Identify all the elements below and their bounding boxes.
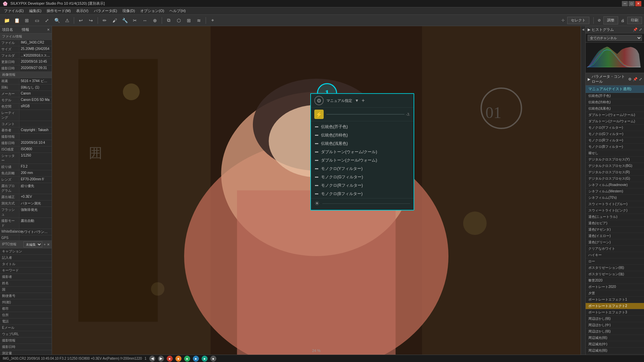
iptc-add-icon[interactable]: + [44, 243, 46, 246]
action-btn-next[interactable]: ▶ [158, 356, 164, 362]
params-item-9[interactable]: 褪せし [586, 150, 644, 157]
tool-e[interactable]: ↔ [140, 16, 150, 25]
params-item-26[interactable]: ロー [586, 258, 644, 265]
toolbar-btn-6[interactable]: 🔍 [52, 16, 62, 25]
tool-f[interactable]: ⊕ [150, 16, 160, 25]
channel-select[interactable]: 全てのチャンネル [588, 35, 642, 41]
params-item-33[interactable]: ポートレートエフェクト2 [586, 303, 644, 309]
dropdown-item-4[interactable]: ダブルトーン(クール/ウォーム) [311, 156, 414, 165]
dropdown-panel[interactable]: ⚙ マニュアル指定 ▼ + ⚡ -3. 伝統色(芥子色) 伝統色(渋柿色) [310, 93, 414, 210]
dropdown-item-5[interactable]: モノクロ(Yフィルター) [311, 165, 414, 173]
tool-a[interactable]: ✏ [100, 16, 109, 25]
params-item-0[interactable]: 伝統色(芥子色) [586, 93, 644, 99]
params-item-15[interactable]: シネフィルム(Western) [586, 188, 644, 195]
params-item-36[interactable]: 周辺ぼかし(中) [586, 322, 644, 328]
tool-h[interactable]: ⬡ [174, 16, 183, 25]
action-btn-gray[interactable]: ● [210, 356, 216, 362]
params-item-4[interactable]: ダブルトーン(クール/ウォーム) [586, 118, 644, 125]
menu-file[interactable]: ファイル(E) [1, 8, 26, 14]
toolbar-btn-2[interactable]: 📋 [12, 16, 21, 25]
params-item-35[interactable]: 周辺ぼかし(弱) [586, 316, 644, 322]
params-item-27[interactable]: ポスタリゼーション(弱) [586, 265, 644, 271]
select-button[interactable]: セレクト [567, 17, 589, 24]
action-btn-blue[interactable]: ● [193, 356, 199, 362]
menu-options[interactable]: オプション(O) [138, 8, 167, 14]
params-item-29[interactable]: 黎景2020 [586, 278, 644, 284]
params-item-34[interactable]: ポートレートエフェクト3 [586, 309, 644, 316]
params-item-40[interactable]: 周辺減光(弱) [586, 348, 644, 354]
tool-j[interactable]: ≋ [194, 16, 204, 25]
params-gear-icon[interactable]: ⚙ [628, 77, 632, 81]
params-item-39[interactable]: 周辺減光(中) [586, 341, 644, 348]
histogram-expand2-icon[interactable]: ⤢ [639, 27, 642, 32]
params-item-31[interactable]: 夕景 [586, 290, 644, 297]
tool-c[interactable]: 🔧 [120, 16, 129, 25]
params-expand-icon[interactable]: ▶ [588, 77, 590, 81]
dropdown-item-2[interactable]: 伝統色(浅葱色) [311, 139, 414, 148]
tool-g[interactable]: ⧉ [164, 16, 173, 25]
params-item-23[interactable]: 退色(グリーン) [586, 239, 644, 246]
iptc-close-icon[interactable]: ✕ [47, 243, 50, 246]
params-item-38[interactable]: 周辺減光(弱) [586, 335, 644, 341]
menu-params[interactable]: パラメータ(E) [91, 8, 120, 14]
toolbar-btn-7[interactable]: ⚠ [62, 16, 72, 25]
menu-mode[interactable]: 操作モード(M) [44, 8, 73, 14]
dropdown-item-1[interactable]: 伝統色(渋柿色) [311, 131, 414, 139]
params-item-10[interactable]: デジタルクロスプロセス(Y) [586, 157, 644, 163]
dropdown-item-3[interactable]: ダブルトーン(ウォーム/クール) [311, 148, 414, 156]
dropdown-add-icon[interactable]: + [362, 98, 365, 104]
menu-view[interactable]: 表示(V) [73, 8, 91, 14]
params-item-17[interactable]: スウィートライト(ブルー) [586, 201, 644, 207]
params-item-14[interactable]: シネフィルム(Roadmovie) [586, 182, 644, 188]
close-button[interactable]: ✕ [635, 1, 641, 6]
params-item-28[interactable]: ポスタリゼーション(強) [586, 271, 644, 278]
params-item-18[interactable]: スウィートライト(ピンク) [586, 207, 644, 214]
tool-k[interactable]: ⌖ [208, 16, 217, 25]
params-item-19[interactable]: 退色(ニュートラル) [586, 214, 644, 220]
menu-help[interactable]: ヘルプ(H) [167, 8, 188, 14]
params-item-22[interactable]: 退色(イエロー) [586, 233, 644, 239]
params-item-24[interactable]: クリアなホワイト [586, 246, 644, 252]
params-item-20[interactable]: 退色(セピア) [586, 220, 644, 227]
adjust-button[interactable]: 調整 [603, 16, 618, 24]
params-item-16[interactable]: シネフィルム(70's) [586, 195, 644, 201]
menu-develop[interactable]: 現像(D) [120, 8, 138, 14]
left-panel-close[interactable]: ✕ [47, 28, 50, 32]
params-pin-icon[interactable]: 📌 [633, 77, 638, 81]
params-item-6[interactable]: モノクロ(Gフィルター) [586, 131, 644, 137]
params-item-13[interactable]: デジタルクロスプロセス(G) [586, 176, 644, 182]
print-button[interactable]: 印刷 [627, 17, 642, 24]
action-btn-prev[interactable]: ◀ [149, 356, 155, 362]
params-item-25[interactable]: ハイキー [586, 252, 644, 258]
action-btn-green[interactable]: ● [184, 356, 190, 362]
maximize-button[interactable]: □ [629, 1, 635, 6]
iptc-select[interactable]: 未編集 [23, 241, 42, 247]
panel-collapse-arrow[interactable]: ◀ [581, 27, 585, 32]
params-item-30[interactable]: ポートレート2020 [586, 284, 644, 290]
params-item-32[interactable]: ポートレートエフェクト1 [586, 297, 644, 303]
dropdown-item-7[interactable]: モノクロ(Rフィルター) [311, 181, 414, 190]
params-item-5[interactable]: モノクロ(Yフィルター) [586, 125, 644, 131]
params-item-8[interactable]: モノクロ(Bフィルター) [586, 144, 644, 150]
params-item-12[interactable]: デジタルクロスプロセス(R) [586, 169, 644, 176]
params-item-37[interactable]: 周辺ぼかし(弱) [586, 328, 644, 335]
histogram-expand-icon[interactable]: ▶ [588, 27, 590, 32]
params-item-1[interactable]: 伝統色(渋柿色) [586, 99, 644, 106]
redo-btn[interactable]: ↪ [86, 16, 96, 25]
minimize-button[interactable]: ─ [622, 1, 628, 6]
params-item-2[interactable]: 伝統色(浅葱色) [586, 106, 644, 112]
dropdown-item-6[interactable]: モノクロ(Gフィルター) [311, 173, 414, 181]
menu-edit[interactable]: 編集(E) [26, 8, 44, 14]
toolbar-btn-4[interactable]: ▭ [32, 16, 42, 25]
toolbar-btn-1[interactable]: 📁 [2, 16, 11, 25]
params-item-7[interactable]: モノクロ(Rフィルター) [586, 137, 644, 144]
tool-i[interactable]: ⊞ [184, 16, 194, 25]
undo-btn[interactable]: ↩ [76, 16, 86, 25]
dropdown-item-0[interactable]: 伝統色(芥子色) [311, 123, 414, 131]
histogram-pin-icon[interactable]: 📌 [633, 27, 638, 32]
dropdown-arrow-icon[interactable]: ▼ [355, 98, 359, 103]
tool-d[interactable]: ✂ [130, 16, 140, 25]
action-btn-red[interactable]: ● [167, 356, 173, 362]
action-btn-orange[interactable]: ● [175, 356, 181, 362]
params-item-3[interactable]: ダブルトーン(ウォーム/クール) [586, 112, 644, 118]
